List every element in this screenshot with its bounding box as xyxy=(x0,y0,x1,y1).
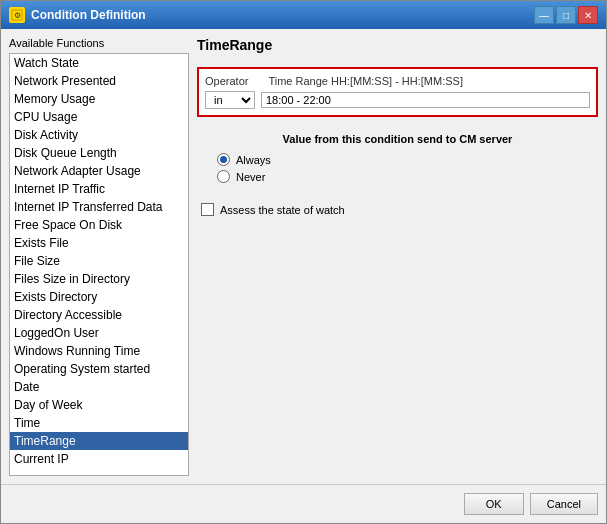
time-range-header-label: Time Range HH:[MM:SS] - HH:[MM:SS] xyxy=(268,75,463,87)
assess-checkbox-section: Assess the state of watch xyxy=(197,203,598,216)
list-item-day-of-week[interactable]: Day of Week xyxy=(10,396,188,414)
svg-text:⚙: ⚙ xyxy=(14,11,21,20)
functions-list-scroll[interactable]: Watch StateNetwork PresentedMemory Usage… xyxy=(10,54,188,475)
title-bar: ⚙ Condition Definition — □ ✕ xyxy=(1,1,606,29)
list-item-exists-directory[interactable]: Exists Directory xyxy=(10,288,188,306)
list-item-network-adapter-usage[interactable]: Network Adapter Usage xyxy=(10,162,188,180)
radio-never[interactable]: Never xyxy=(217,170,598,183)
list-item-time[interactable]: Time xyxy=(10,414,188,432)
list-item-exists-file[interactable]: Exists File xyxy=(10,234,188,252)
assess-label: Assess the state of watch xyxy=(220,204,345,216)
title-buttons: — □ ✕ xyxy=(534,6,598,24)
left-panel: Available Functions Watch StateNetwork P… xyxy=(9,37,189,476)
footer: OK Cancel xyxy=(1,484,606,523)
list-item-internet-ip-transferred[interactable]: Internet IP Transferred Data xyxy=(10,198,188,216)
list-item-disk-activity[interactable]: Disk Activity xyxy=(10,126,188,144)
list-item-files-size-in-directory[interactable]: Files Size in Directory xyxy=(10,270,188,288)
list-item-free-space-on-disk[interactable]: Free Space On Disk xyxy=(10,216,188,234)
radio-always-btn[interactable] xyxy=(217,153,230,166)
main-window: ⚙ Condition Definition — □ ✕ Available F… xyxy=(0,0,607,524)
list-item-loggedon-user[interactable]: LoggedOn User xyxy=(10,324,188,342)
window-title: Condition Definition xyxy=(31,8,146,22)
list-item-operating-system-started[interactable]: Operating System started xyxy=(10,360,188,378)
list-item-date[interactable]: Date xyxy=(10,378,188,396)
operator-header-label: Operator xyxy=(205,75,248,87)
right-panel: TimeRange Operator Time Range HH:[MM:SS]… xyxy=(197,37,598,476)
list-item-internet-ip-traffic[interactable]: Internet IP Traffic xyxy=(10,180,188,198)
list-item-memory-usage[interactable]: Memory Usage xyxy=(10,90,188,108)
list-item-disk-queue-length[interactable]: Disk Queue Length xyxy=(10,144,188,162)
timerange-box: Operator Time Range HH:[MM:SS] - HH:[MM:… xyxy=(197,67,598,117)
operator-select[interactable]: in not in xyxy=(205,91,255,109)
list-item-watch-state[interactable]: Watch State xyxy=(10,54,188,72)
radio-never-label: Never xyxy=(236,171,265,183)
list-item-directory-accessible[interactable]: Directory Accessible xyxy=(10,306,188,324)
list-item-current-ip[interactable]: Current IP xyxy=(10,450,188,468)
radio-always[interactable]: Always xyxy=(217,153,598,166)
list-item-windows-running-time[interactable]: Windows Running Time xyxy=(10,342,188,360)
value-section-title: Value from this condition send to CM ser… xyxy=(197,133,598,145)
value-section: Value from this condition send to CM ser… xyxy=(197,133,598,183)
list-item-timerange[interactable]: TimeRange xyxy=(10,432,188,450)
time-range-input[interactable] xyxy=(261,92,590,108)
section-title: TimeRange xyxy=(197,37,598,53)
assess-checkbox[interactable] xyxy=(201,203,214,216)
minimize-button[interactable]: — xyxy=(534,6,554,24)
radio-always-label: Always xyxy=(236,154,271,166)
radio-never-btn[interactable] xyxy=(217,170,230,183)
maximize-button[interactable]: □ xyxy=(556,6,576,24)
cancel-button[interactable]: Cancel xyxy=(530,493,598,515)
list-item-file-size[interactable]: File Size xyxy=(10,252,188,270)
ok-button[interactable]: OK xyxy=(464,493,524,515)
functions-list-container: Watch StateNetwork PresentedMemory Usage… xyxy=(9,53,189,476)
close-button[interactable]: ✕ xyxy=(578,6,598,24)
title-bar-left: ⚙ Condition Definition xyxy=(9,7,146,23)
main-content: Available Functions Watch StateNetwork P… xyxy=(1,29,606,484)
timerange-header: Operator Time Range HH:[MM:SS] - HH:[MM:… xyxy=(205,75,590,87)
list-item-cpu-usage[interactable]: CPU Usage xyxy=(10,108,188,126)
available-functions-label: Available Functions xyxy=(9,37,189,49)
timerange-row: in not in xyxy=(205,91,590,109)
list-item-network-presented[interactable]: Network Presented xyxy=(10,72,188,90)
radio-group: Always Never xyxy=(197,153,598,183)
window-icon: ⚙ xyxy=(9,7,25,23)
